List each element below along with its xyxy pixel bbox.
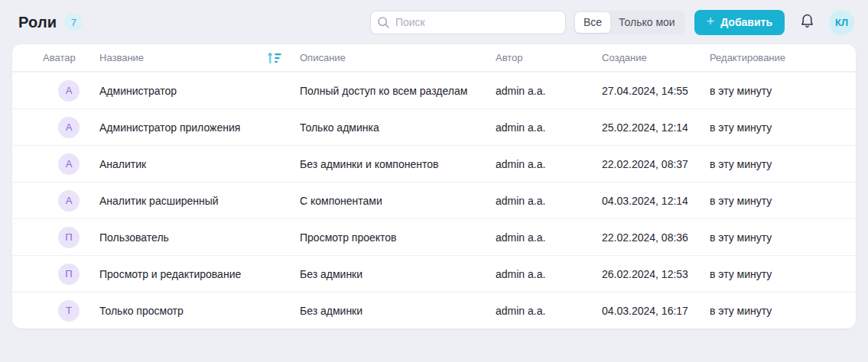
- filter-all-button[interactable]: Все: [575, 12, 610, 33]
- avatar: А: [58, 190, 80, 212]
- role-description: Без админки: [300, 305, 496, 317]
- avatar: П: [58, 227, 80, 248]
- role-created: 04.03.2024, 16:17: [602, 305, 710, 317]
- column-header-name[interactable]: Название: [99, 51, 300, 65]
- avatar: А: [58, 154, 80, 175]
- role-description: Просмотр проектов: [300, 231, 496, 244]
- role-edited: в эту минуту: [710, 85, 856, 97]
- table-row[interactable]: Т Только просмотр Без админки admin a.a.…: [12, 292, 856, 328]
- column-header-author: Автор: [496, 52, 602, 63]
- role-author: admin a.a.: [496, 121, 602, 134]
- column-header-edited: Редактирование: [710, 52, 856, 63]
- role-author: admin a.a.: [496, 231, 602, 244]
- role-author: admin a.a.: [496, 268, 602, 280]
- table-row[interactable]: А Администратор приложения Только админк…: [12, 108, 856, 145]
- table-row[interactable]: А Аналитик Без админки и компонентов adm…: [12, 145, 856, 182]
- role-edited: в эту минуту: [710, 231, 856, 244]
- column-header-avatar: Аватар: [43, 52, 99, 63]
- role-edited: в эту минуту: [710, 121, 856, 134]
- roles-table: Аватар Название Описание Автор Создание …: [12, 44, 856, 328]
- avatar: А: [58, 80, 80, 102]
- role-created: 22.02.2024, 08:36: [602, 231, 710, 244]
- role-description: Полный доступ ко всем разделам: [300, 85, 496, 97]
- sort-ascending-icon[interactable]: [266, 51, 281, 65]
- role-author: admin a.a.: [496, 85, 602, 97]
- role-name: Аналитик: [99, 158, 300, 170]
- role-name: Просмотр и редактирование: [99, 268, 300, 280]
- role-author: admin a.a.: [496, 158, 602, 170]
- role-description: Без админки: [300, 268, 496, 280]
- filter-only-mine-button[interactable]: Только мои: [610, 12, 684, 33]
- plus-icon: +: [707, 15, 715, 28]
- role-created: 26.02.2024, 12:53: [602, 268, 710, 280]
- role-created: 25.02.2024, 12:14: [602, 121, 710, 134]
- notifications-button[interactable]: [795, 11, 818, 34]
- role-description: С компонентами: [300, 195, 496, 207]
- page-title: Роли: [18, 14, 57, 31]
- table-row[interactable]: А Аналитик расширенный С компонентами ad…: [12, 182, 856, 218]
- role-created: 22.02.2024, 08:37: [602, 158, 710, 170]
- role-description: Без админки и компонентов: [300, 158, 496, 170]
- role-edited: в эту минуту: [710, 305, 856, 317]
- avatar: П: [58, 263, 80, 285]
- table-row[interactable]: А Администратор Полный доступ ко всем ра…: [12, 72, 856, 108]
- role-name: Пользователь: [99, 231, 300, 244]
- avatar: Т: [58, 300, 80, 322]
- role-name: Администратор приложения: [99, 121, 300, 134]
- table-header-row: Аватар Название Описание Автор Создание …: [12, 44, 856, 72]
- role-name: Аналитик расширенный: [99, 195, 300, 207]
- add-button[interactable]: + Добавить: [694, 10, 785, 35]
- role-author: admin a.a.: [496, 195, 602, 207]
- add-button-label: Добавить: [720, 16, 772, 28]
- filter-toggle: Все Только мои: [574, 11, 685, 34]
- user-avatar[interactable]: КЛ: [829, 10, 854, 35]
- avatar: А: [58, 117, 80, 138]
- role-edited: в эту минуту: [710, 195, 856, 207]
- role-description: Только админка: [300, 121, 496, 134]
- role-edited: в эту минуту: [710, 158, 856, 170]
- role-created: 27.04.2024, 14:55: [602, 85, 710, 97]
- search-input[interactable]: [370, 11, 566, 34]
- bell-icon: [799, 13, 815, 31]
- table-row[interactable]: П Пользователь Просмотр проектов admin a…: [12, 218, 856, 255]
- role-name: Только просмотр: [99, 305, 300, 317]
- role-author: admin a.a.: [496, 305, 602, 317]
- topbar-actions: Все Только мои + Добавить КЛ: [370, 10, 854, 35]
- column-header-created: Создание: [602, 52, 710, 63]
- role-name: Администратор: [99, 85, 300, 97]
- search-box: [370, 11, 566, 34]
- title-group: Роли 7: [18, 14, 83, 31]
- role-created: 04.03.2024, 12:14: [602, 195, 710, 207]
- column-header-description: Описание: [300, 52, 496, 63]
- role-edited: в эту минуту: [710, 268, 856, 280]
- count-badge: 7: [64, 14, 83, 31]
- table-row[interactable]: П Просмотр и редактирование Без админки …: [12, 255, 856, 292]
- top-bar: Роли 7 Все Только мои + Добавить: [0, 0, 868, 44]
